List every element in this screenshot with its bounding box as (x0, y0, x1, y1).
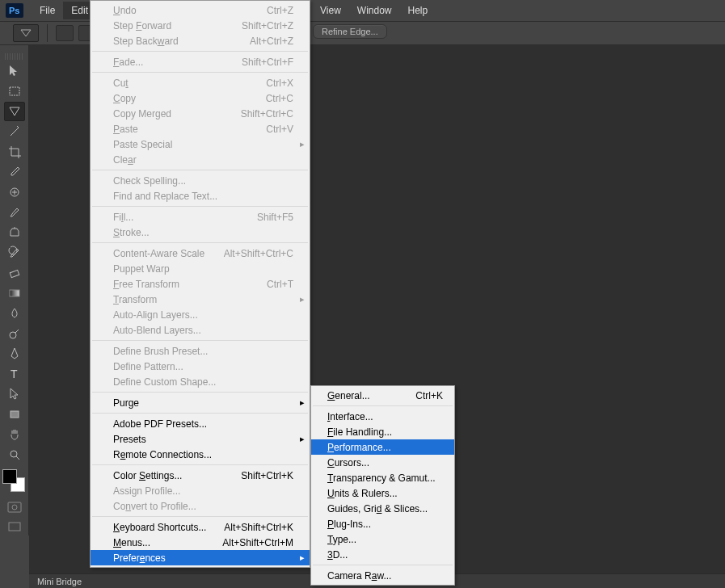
lasso-tool[interactable] (4, 102, 25, 121)
prefs-item-3d[interactable]: 3D... (311, 547, 454, 562)
gradient-tool[interactable] (4, 284, 25, 303)
menu-item-shortcut: Shift+Ctrl+Z (242, 20, 293, 32)
edit-menu-item-presets[interactable]: Presets (91, 431, 310, 447)
submenu-item-label: Cursors... (327, 457, 369, 468)
type-tool[interactable]: T (4, 364, 25, 384)
edit-menu-item-cut: CutCtrl+X (91, 75, 310, 90)
menu-item-label: Copy Merged (113, 108, 171, 120)
edit-menu-item-auto-blend-layers: Auto-Blend Layers... (91, 322, 310, 338)
edit-menu-item-menus[interactable]: Menus...Alt+Shift+Ctrl+M (91, 535, 310, 550)
quick-mask-toggle[interactable] (4, 498, 25, 516)
path-select-tool[interactable] (4, 384, 25, 404)
edit-menu-item-preferences[interactable]: Preferences (91, 550, 310, 565)
prefs-item-transparency-gamut[interactable]: Transparency & Gamut... (311, 470, 454, 485)
submenu-separator (313, 565, 453, 565)
blur-tool[interactable] (4, 304, 25, 323)
screen-mode-toggle[interactable] (4, 518, 25, 536)
menu-item-label: Fill... (113, 212, 133, 223)
menu-item-label: Auto-Align Layers... (113, 309, 198, 321)
menu-item-label: Define Custom Shape... (113, 376, 216, 388)
magic-wand-tool[interactable] (4, 122, 25, 141)
tool-preset-picker[interactable] (13, 24, 39, 42)
toolbox-grip[interactable] (5, 53, 23, 60)
prefs-item-general[interactable]: General...Ctrl+K (311, 388, 454, 403)
menu-item-label: Presets (113, 434, 146, 445)
submenu-item-label: General... (327, 390, 370, 401)
eyedropper-tool[interactable] (4, 162, 25, 182)
menu-window[interactable]: Window (349, 2, 400, 19)
prefs-item-cursors[interactable]: Cursors... (311, 455, 454, 470)
prefs-item-camera-raw[interactable]: Camera Raw... (311, 568, 454, 583)
refine-edge-button[interactable]: Refine Edge... (313, 24, 387, 39)
prefs-item-type[interactable]: Type... (311, 531, 454, 547)
edit-menu-item-find-and-replace-text: Find and Replace Text... (91, 188, 310, 204)
dodge-tool[interactable] (4, 324, 25, 343)
submenu-item-label: Interface... (327, 411, 373, 422)
hand-tool[interactable] (4, 425, 25, 444)
svg-text:Ps: Ps (9, 6, 19, 15)
svg-rect-12 (9, 523, 20, 531)
menu-item-shortcut: Shift+Ctrl+C (241, 108, 293, 120)
menu-file[interactable]: File (32, 2, 63, 19)
prefs-item-plug-ins[interactable]: Plug-Ins... (311, 516, 454, 531)
selection-new-button[interactable] (56, 25, 74, 41)
edit-menu-item-purge[interactable]: Purge (91, 395, 310, 410)
menu-item-label: Keyboard Shortcuts... (113, 522, 206, 533)
menu-item-label: Content-Aware Scale (113, 248, 204, 259)
history-brush-tool[interactable] (4, 243, 25, 262)
svg-rect-8 (11, 411, 19, 418)
foreground-color-swatch[interactable] (2, 469, 17, 484)
menu-item-shortcut: Alt+Shift+Ctrl+C (224, 248, 293, 259)
svg-point-11 (12, 505, 17, 510)
menu-item-shortcut: Shift+Ctrl+K (241, 470, 293, 481)
menu-item-label: Auto-Blend Layers... (113, 325, 201, 336)
clone-tool[interactable] (4, 223, 25, 242)
move-tool[interactable] (4, 61, 25, 81)
brush-tool[interactable] (4, 203, 25, 222)
menu-item-shortcut: Ctrl+V (266, 124, 293, 135)
menu-item-label: Preferences (113, 552, 166, 564)
menu-item-label: Step Backward (113, 36, 179, 47)
spot-heal-tool[interactable] (4, 183, 25, 202)
pen-tool[interactable] (4, 344, 25, 363)
prefs-item-interface[interactable]: Interface... (311, 409, 454, 424)
crop-tool[interactable] (4, 142, 25, 162)
edit-menu-item-stroke: Stroke... (91, 225, 310, 240)
mini-bridge-tab[interactable]: Mini Bridge (37, 577, 82, 586)
rect-marquee-tool[interactable] (4, 82, 25, 101)
rectangle-tool[interactable] (4, 405, 25, 424)
menu-item-label: Cut (113, 78, 129, 89)
edit-menu-item-check-spelling: Check Spelling... (91, 173, 310, 188)
prefs-item-file-handling[interactable]: File Handling... (311, 424, 454, 439)
prefs-item-guides-grid-slices[interactable]: Guides, Grid & Slices... (311, 501, 454, 516)
menu-item-label: Undo (113, 5, 137, 16)
menu-item-shortcut: Shift+Ctrl+F (242, 57, 293, 68)
menu-item-shortcut: Alt+Shift+Ctrl+K (224, 522, 293, 533)
menu-separator (92, 340, 308, 341)
edit-menu-item-color-settings[interactable]: Color Settings...Shift+Ctrl+K (91, 468, 310, 483)
zoom-tool[interactable] (4, 445, 25, 464)
edit-menu-item-adobe-pdf-presets[interactable]: Adobe PDF Presets... (91, 416, 310, 431)
edit-menu-item-keyboard-shortcuts[interactable]: Keyboard Shortcuts...Alt+Shift+Ctrl+K (91, 519, 310, 535)
app-logo: Ps (4, 2, 25, 19)
menu-help[interactable]: Help (400, 2, 436, 19)
edit-menu-item-remote-connections[interactable]: Remote Connections... (91, 447, 310, 462)
submenu-item-label: Transparency & Gamut... (327, 472, 436, 484)
menu-item-shortcut: Ctrl+C (266, 93, 293, 104)
menu-item-shortcut: Ctrl+T (267, 279, 293, 290)
prefs-item-units-rulers[interactable]: Units & Rulers... (311, 485, 454, 501)
menu-item-label: Find and Replace Text... (113, 191, 217, 202)
color-swatches[interactable] (2, 469, 25, 492)
edit-menu-item-copy-merged: Copy MergedShift+Ctrl+C (91, 106, 310, 121)
edit-menu-item-step-backward: Step BackwardAlt+Ctrl+Z (91, 33, 310, 48)
menu-separator (92, 51, 308, 52)
edit-menu-item-convert-to-profile: Convert to Profile... (91, 498, 310, 514)
menu-view[interactable]: View (317, 2, 349, 19)
eraser-tool[interactable] (4, 263, 25, 283)
submenu-separator (313, 405, 453, 406)
menu-separator (92, 464, 308, 465)
edit-menu-item-paste-special: Paste Special (91, 136, 310, 152)
submenu-item-label: Type... (327, 534, 356, 545)
prefs-item-performance[interactable]: Performance... (311, 439, 454, 455)
menu-item-label: Menus... (113, 537, 150, 548)
